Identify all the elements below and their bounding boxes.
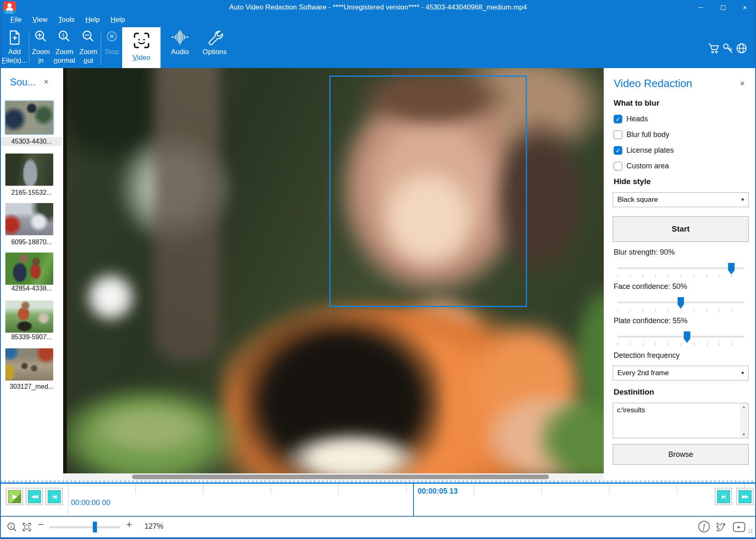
scroll-up-icon[interactable]: ▲: [740, 404, 748, 409]
source-label-2[interactable]: 2165-15532...: [1, 189, 62, 196]
play-button[interactable]: ▶: [6, 488, 23, 505]
wrench-icon: [206, 29, 224, 46]
maximize-button[interactable]: [713, 0, 732, 15]
face-confidence-ticks: [617, 309, 744, 312]
zoom-slider[interactable]: [50, 526, 120, 528]
plate-confidence-slider[interactable]: [617, 336, 744, 338]
window-title: Auto Video Redaction Software - ****Unre…: [83, 3, 673, 12]
header: AVR Auto Video Redaction Software - ****…: [0, 0, 756, 68]
heads-checkbox[interactable]: ✓: [614, 115, 622, 123]
hide-style-select[interactable]: Black square ▾: [613, 192, 749, 207]
playhead[interactable]: [413, 484, 414, 516]
menu-help-2[interactable]: Help: [105, 15, 130, 26]
source-thumbnail-1[interactable]: [5, 101, 53, 134]
step-forward-icon: ▶|: [717, 490, 730, 503]
blur-strength-label: Blur strength: 90%: [614, 248, 675, 257]
cart-icon[interactable]: [707, 42, 720, 54]
blur-strength-thumb[interactable]: [728, 263, 735, 274]
zoom-in-button[interactable]: Zoom in: [31, 27, 51, 68]
playhead-time: 00:00:05 13: [418, 487, 458, 496]
face-scan-icon: [132, 31, 151, 51]
video-left-edge: [63, 68, 67, 473]
maximize-icon: [721, 5, 725, 10]
app-icon-badge: AVR: [3, 11, 16, 14]
stop-button[interactable]: Stop: [102, 27, 121, 68]
source-thumbnail-2[interactable]: [5, 154, 53, 186]
scrollbar-thumb[interactable]: [132, 475, 549, 479]
source-thumbnail-4[interactable]: [5, 253, 53, 285]
face-detection-rectangle[interactable]: [329, 76, 527, 307]
tab-video[interactable]: Video: [122, 27, 161, 68]
menu-file[interactable]: File: [5, 15, 27, 26]
timeline-ruler[interactable]: [68, 484, 756, 494]
resize-grip[interactable]: [749, 532, 750, 533]
license-plates-label: License plates: [626, 146, 674, 155]
blur-strength-slider[interactable]: [617, 267, 744, 269]
detection-frequency-select[interactable]: Every 2nd frame ▾: [613, 366, 749, 381]
tab-options[interactable]: Options: [198, 27, 231, 68]
video-redaction-panel: Video Redaction × What to blur ✓ Heads B…: [604, 68, 756, 482]
window-border-bottom: [0, 537, 756, 539]
minimize-button[interactable]: [691, 0, 710, 15]
timeline: ▶ ◀◀ |◀ 00:00:00 00 00:00:05 13 ▶| ▶▶: [0, 484, 756, 516]
face-confidence-thumb[interactable]: [678, 297, 684, 309]
source-thumbnail-3[interactable]: [5, 203, 53, 235]
step-back-button[interactable]: |◀: [45, 488, 63, 505]
blur-full-body-checkbox[interactable]: [614, 130, 622, 139]
timeline-separator: [68, 484, 69, 516]
toolbar-separator: [29, 31, 29, 65]
chevron-down-icon: ▾: [741, 366, 744, 380]
start-button[interactable]: Start: [613, 216, 749, 242]
source-label-5[interactable]: 85339-5907...: [1, 333, 62, 341]
statusbar: 1 − + 127% f ▶: [0, 516, 756, 537]
zoom-percent: 127%: [144, 522, 163, 531]
plate-confidence-label: Plate confidence: 55%: [614, 317, 687, 325]
source-label-1[interactable]: 45303-4430...: [1, 137, 62, 146]
scroll-down-icon[interactable]: ▼: [740, 432, 748, 437]
custom-area-checkbox[interactable]: [614, 162, 622, 170]
rewind-button[interactable]: ◀◀: [26, 488, 43, 505]
panel-title: Video Redaction: [614, 77, 692, 90]
svg-text:1: 1: [10, 524, 13, 529]
plate-confidence-thumb[interactable]: [684, 331, 690, 343]
menu-view[interactable]: View: [27, 15, 53, 26]
sources-close-icon[interactable]: ×: [44, 77, 49, 87]
destination-scrollbar[interactable]: ▲ ▼: [740, 404, 748, 437]
panel-close-icon[interactable]: ×: [740, 79, 745, 88]
menu-help-1[interactable]: Help: [80, 15, 105, 26]
zoom-in-button[interactable]: +: [126, 519, 132, 530]
globe-icon[interactable]: [735, 42, 748, 54]
menu-tools[interactable]: Tools: [53, 15, 80, 26]
key-icon[interactable]: [722, 42, 734, 54]
zoom-normal-button[interactable]: 1 Zoom normal: [52, 27, 77, 68]
source-thumbnail-5[interactable]: [5, 300, 53, 333]
zoom-out-button[interactable]: Zoom out: [78, 27, 99, 68]
source-label-6[interactable]: 303127_med...: [1, 383, 62, 390]
blur-full-body-label: Blur full body: [626, 130, 669, 139]
zoom-slider-thumb[interactable]: [93, 522, 97, 532]
fit-screen-icon[interactable]: [21, 522, 32, 532]
app-icon: AVR: [3, 1, 16, 14]
add-files-button[interactable]: Add File(s)...: [2, 27, 27, 68]
tab-audio[interactable]: Audio: [165, 27, 195, 68]
facebook-icon[interactable]: f: [698, 521, 711, 533]
twitter-icon[interactable]: [716, 521, 728, 533]
zoom-in-icon: [33, 29, 49, 46]
sources-panel: Sou... × 45303-4430... 2165-15532... 609…: [0, 68, 63, 482]
fast-forward-icon: ▶▶: [739, 490, 751, 503]
source-label-3[interactable]: 6095-18870...: [1, 239, 62, 246]
zoom-out-button[interactable]: −: [38, 519, 44, 530]
close-button[interactable]: ×: [735, 0, 754, 15]
face-confidence-slider[interactable]: [617, 302, 744, 303]
zoom-actual-icon[interactable]: 1: [7, 522, 17, 532]
destination-field[interactable]: c:\results ▲ ▼: [613, 403, 749, 438]
sources-panel-title: Sou...: [10, 76, 36, 88]
source-label-4[interactable]: 42854-4338...: [1, 285, 62, 292]
youtube-icon[interactable]: ▶: [733, 521, 745, 533]
source-thumbnail-6[interactable]: [5, 348, 53, 381]
browse-button[interactable]: Browse: [613, 444, 749, 465]
license-plates-checkbox[interactable]: ✓: [614, 146, 622, 155]
fast-forward-button[interactable]: ▶▶: [736, 488, 754, 505]
video-horizontal-scrollbar[interactable]: [63, 473, 604, 480]
step-forward-button[interactable]: ▶|: [715, 488, 732, 505]
